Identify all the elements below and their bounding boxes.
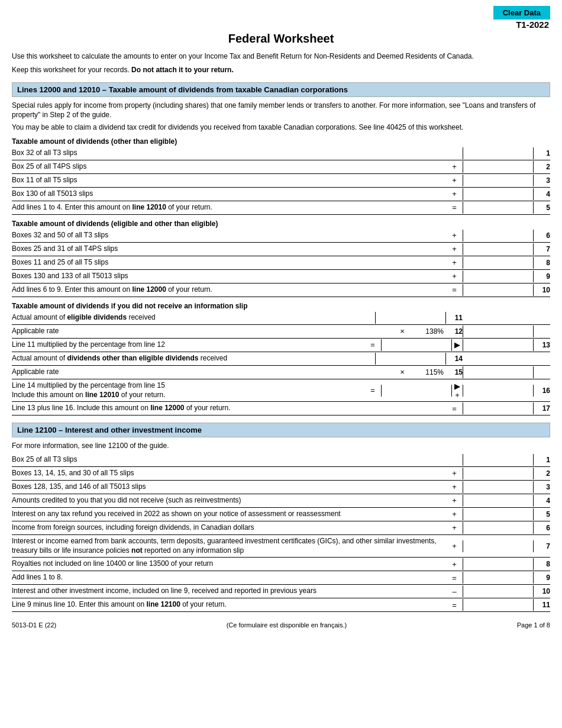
s1-row3-input[interactable] <box>463 175 534 186</box>
s1-row7-num: 7 <box>534 245 550 253</box>
s2-row2-num: 2 <box>534 469 550 478</box>
s2-row11-op: = <box>446 601 463 610</box>
s1-row15-label: Applicable rate <box>12 368 394 377</box>
s1-row1-field[interactable] <box>463 147 533 159</box>
s2-row6-field[interactable] <box>463 522 533 534</box>
s1-row17-input[interactable] <box>463 402 534 414</box>
s1-row14-num: 14 <box>446 355 463 363</box>
s2-row-3: Boxes 128, 135, and 146 of all T5013 sli… <box>12 481 550 494</box>
s1-row8-field[interactable] <box>463 257 533 269</box>
s1-row4-input[interactable] <box>463 188 534 200</box>
s1-row11-input[interactable] <box>375 312 446 324</box>
footer-left: 5013-D1 E (22) <box>12 621 56 629</box>
s2-row8-input[interactable] <box>463 558 534 570</box>
s2-row6-input[interactable] <box>463 522 534 534</box>
s1-row8-input[interactable] <box>463 257 534 269</box>
s1-row10-input[interactable] <box>463 284 534 296</box>
s2-row6-op: + <box>446 523 463 532</box>
s1-row11-field[interactable] <box>376 312 445 324</box>
s2-row-7: Interest or income earned from bank acco… <box>12 535 550 558</box>
s1-row9-input[interactable] <box>463 270 534 282</box>
s1-row13-num: 13 <box>534 341 550 349</box>
s1-row7-field[interactable] <box>463 243 533 255</box>
s2-row7-field[interactable] <box>463 540 533 552</box>
s2-row4-input[interactable] <box>463 495 534 507</box>
s1-row13-input2[interactable] <box>463 339 534 351</box>
s1-row13-field2[interactable] <box>463 339 533 351</box>
s1-row8-label: Boxes 11 and 25 of all T5 slips <box>12 258 446 268</box>
s1-row5-field[interactable] <box>463 202 533 214</box>
s1-row-1: Box 32 of all T3 slips 1 <box>12 147 550 160</box>
s1-row-10: Add lines 6 to 9. Enter this amount on l… <box>12 284 550 297</box>
s1-row6-field[interactable] <box>463 230 533 241</box>
s2-row-11: Line 9 minus line 10. Enter this amount … <box>12 598 550 612</box>
s2-row11-input[interactable] <box>463 599 534 611</box>
s1-row12-num: 12 <box>446 327 463 336</box>
s1-row2-input[interactable] <box>463 161 534 173</box>
s2-row11-num: 11 <box>534 601 550 609</box>
s1-row16-input2[interactable] <box>463 385 534 397</box>
subsection1-label: Taxable amount of dividends (other than … <box>12 137 550 146</box>
s2-row3-input[interactable] <box>463 481 534 493</box>
s2-row11-field[interactable] <box>463 599 533 611</box>
s1-row-17: Line 13 plus line 16. Include this amoun… <box>12 402 550 415</box>
s1-row12-field[interactable] <box>463 326 533 337</box>
s2-row1-num: 1 <box>534 456 550 464</box>
clear-data-button[interactable]: Clear Data <box>493 6 550 20</box>
s1-row12-label: Applicable rate <box>12 327 394 336</box>
s1-row2-op: + <box>446 162 463 171</box>
s1-row17-field[interactable] <box>463 402 533 414</box>
s1-row4-field[interactable] <box>463 188 533 200</box>
s2-row5-field[interactable] <box>463 508 533 520</box>
s1-row10-field[interactable] <box>463 284 533 296</box>
s2-row9-input[interactable] <box>463 572 534 584</box>
subsection3-label: Taxable amount of dividends if you did n… <box>12 302 550 310</box>
s1-row3-num: 3 <box>534 176 550 185</box>
s1-row5-label: Add lines 1 to 4. Enter this amount on l… <box>12 203 446 212</box>
s2-row10-field[interactable] <box>463 585 533 597</box>
s2-row5-input[interactable] <box>463 508 534 520</box>
s2-row10-input[interactable] <box>463 585 534 597</box>
s1-row13-input1[interactable] <box>381 339 452 351</box>
s2-row-8: Royalties not included on line 10400 or … <box>12 558 550 571</box>
s1-row1-input[interactable] <box>463 147 534 159</box>
s2-row3-num: 3 <box>534 483 550 491</box>
s1-row4-num: 4 <box>534 190 550 198</box>
s2-row2-field[interactable] <box>463 468 533 479</box>
s2-row8-field[interactable] <box>463 558 533 570</box>
s1-row14-field[interactable] <box>376 353 445 365</box>
s1-row12-input[interactable] <box>463 326 534 337</box>
s1-row16-field1[interactable] <box>382 385 451 397</box>
s2-row2-op: + <box>446 469 463 478</box>
s2-row7-input[interactable] <box>463 540 534 552</box>
s2-row3-field[interactable] <box>463 481 533 493</box>
s1-row13-field1[interactable] <box>382 339 451 351</box>
s1-row7-op: + <box>446 244 463 253</box>
section1-para1: Special rules apply for income from prop… <box>12 101 550 121</box>
s1-row9-num: 9 <box>534 272 550 281</box>
s1-row3-field[interactable] <box>463 175 533 186</box>
s1-row-8: Boxes 11 and 25 of all T5 slips + 8 <box>12 256 550 270</box>
s2-row1-field[interactable] <box>463 454 533 466</box>
s2-row7-op: + <box>446 542 463 550</box>
s1-row16-field2[interactable] <box>463 385 533 397</box>
s1-row3-op: + <box>446 176 463 185</box>
footer: 5013-D1 E (22) (Ce formulaire est dispon… <box>12 621 550 629</box>
s2-row2-input[interactable] <box>463 468 534 479</box>
s1-row2-field[interactable] <box>463 161 533 173</box>
s1-row14-input[interactable] <box>375 353 446 365</box>
footer-right: Page 1 of 8 <box>517 621 550 629</box>
s2-row4-field[interactable] <box>463 495 533 507</box>
s2-row9-field[interactable] <box>463 572 533 584</box>
s1-row9-field[interactable] <box>463 270 533 282</box>
s1-row1-label: Box 32 of all T3 slips <box>12 149 446 158</box>
s1-row15-rate: 115% <box>411 368 446 376</box>
s1-row16-input1[interactable] <box>381 385 452 397</box>
s1-row7-input[interactable] <box>463 243 534 255</box>
s1-row5-input[interactable] <box>463 202 534 214</box>
s1-row15-field[interactable] <box>463 366 533 378</box>
s1-row15-input[interactable] <box>463 366 534 378</box>
s1-row6-input[interactable] <box>463 230 534 241</box>
s2-row1-input[interactable] <box>463 454 534 466</box>
s2-row-4: Amounts credited to you that you did not… <box>12 494 550 508</box>
